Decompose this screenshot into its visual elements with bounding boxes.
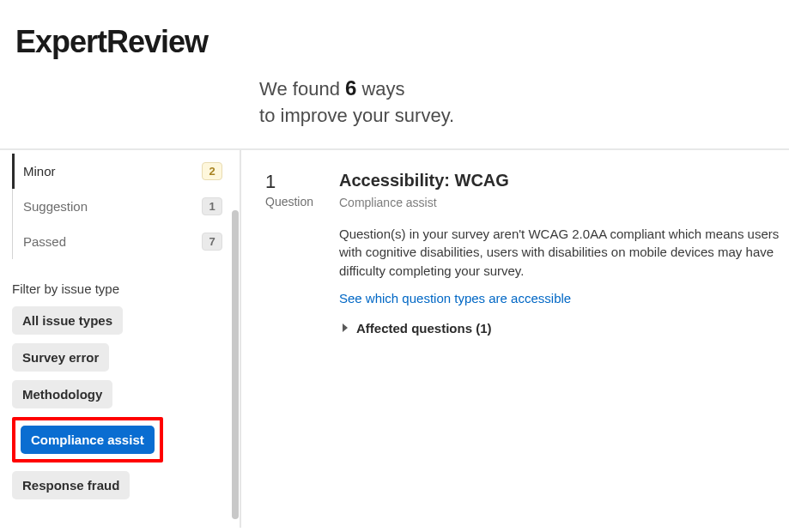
severity-suggestion[interactable]: Suggestion 1: [13, 189, 222, 224]
found-line2: to improve your survey.: [259, 105, 454, 126]
severity-list: Minor 2 Suggestion 1 Passed 7: [12, 154, 222, 259]
question-number: 1: [265, 171, 313, 193]
affected-label: Affected questions (1): [356, 321, 492, 336]
main-panel: 1 Question Accessibility: WCAG Complianc…: [240, 150, 789, 528]
severity-label: Passed: [23, 234, 66, 249]
filter-title: Filter by issue type: [12, 281, 222, 296]
header: ExpertReview We found 6 ways to improve …: [0, 0, 789, 130]
highlight-box: Compliance assist: [12, 417, 163, 462]
found-prefix: We found: [259, 78, 345, 100]
accessibility-link[interactable]: See which question types are accessible: [339, 291, 571, 305]
found-suffix: ways: [356, 78, 404, 100]
severity-count-badge: 2: [202, 162, 222, 180]
severity-passed[interactable]: Passed 7: [13, 224, 222, 259]
issue-description: Question(s) in your survey aren't WCAG 2…: [339, 225, 786, 281]
severity-count-badge: 1: [202, 197, 222, 215]
caret-right-icon: [343, 323, 348, 332]
severity-minor[interactable]: Minor 2: [13, 154, 222, 189]
scroll-thumb[interactable]: [232, 210, 239, 519]
severity-label: Suggestion: [23, 199, 88, 214]
filter-pills: All issue types Survey error Methodology…: [12, 306, 222, 499]
question-label: Question: [265, 195, 313, 209]
filter-response-fraud[interactable]: Response fraud: [12, 471, 130, 499]
filter-survey-error[interactable]: Survey error: [12, 343, 109, 372]
severity-count-badge: 7: [202, 233, 222, 251]
affected-questions-toggle[interactable]: Affected questions (1): [339, 321, 789, 336]
filter-methodology[interactable]: Methodology: [12, 380, 112, 408]
issue-title: Accessibility: WCAG: [339, 171, 789, 190]
body: Minor 2 Suggestion 1 Passed 7 Filter by …: [0, 150, 789, 528]
header-summary: We found 6 ways to improve your survey.: [259, 74, 454, 130]
severity-label: Minor: [23, 164, 56, 178]
found-count: 6: [345, 76, 356, 100]
issue-category: Compliance assist: [339, 196, 789, 209]
filter-compliance-assist[interactable]: Compliance assist: [21, 426, 155, 454]
filter-all-issue-types[interactable]: All issue types: [12, 306, 123, 335]
issue-body: Accessibility: WCAG Compliance assist Qu…: [339, 171, 789, 528]
question-count: 1 Question: [265, 171, 313, 528]
sidebar-scrollbar[interactable]: [232, 210, 240, 519]
sidebar: Minor 2 Suggestion 1 Passed 7 Filter by …: [0, 150, 240, 528]
brand-title: ExpertReview: [15, 24, 208, 60]
